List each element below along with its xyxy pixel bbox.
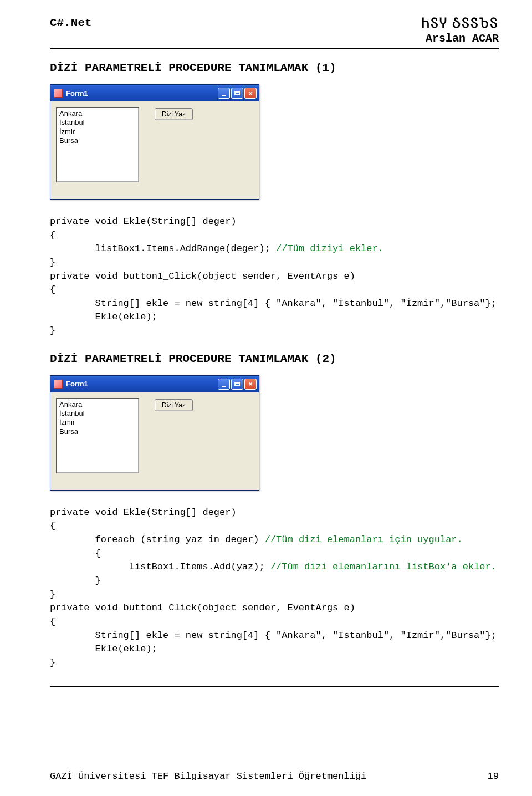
maximize-button[interactable] xyxy=(231,88,243,99)
list-item[interactable]: Bursa xyxy=(59,136,136,145)
header-left: C#.Net xyxy=(50,17,92,29)
code-line: { xyxy=(50,548,101,559)
code-line: listBox1.Items.AddRange(deger); xyxy=(50,243,276,254)
app-icon xyxy=(54,380,63,389)
window-title: Form1 xyxy=(66,89,218,98)
list-item[interactable]: İstanbul xyxy=(59,409,136,418)
code-line: private void Ekle(String[] deger) xyxy=(50,507,237,518)
dizi-yaz-button[interactable]: Dizi Yaz xyxy=(155,399,193,411)
header-rule xyxy=(50,48,499,49)
footer-left: GAZİ Üniversitesi TEF Bilgisayar Sisteml… xyxy=(50,771,366,782)
form-window-1: Form1 × Ankara İstanbul İzmir Bursa Dizi… xyxy=(50,84,259,200)
code-comment: //Tüm dizi elemanları için uygular. xyxy=(265,534,463,545)
code-line: } xyxy=(50,325,55,336)
code-comment: //Tüm diziyi ekler. xyxy=(276,243,383,254)
dizi-yaz-button[interactable]: Dizi Yaz xyxy=(155,108,193,120)
code-line: private void button1_Click(object sender… xyxy=(50,603,355,613)
form-body-1: Ankara İstanbul İzmir Bursa Dizi Yaz xyxy=(50,101,259,199)
code-line: } xyxy=(50,657,55,668)
minimize-button[interactable] xyxy=(218,88,230,99)
listbox-2[interactable]: Ankara İstanbul İzmir Bursa xyxy=(56,398,139,473)
page-footer: GAZİ Üniversitesi TEF Bilgisayar Sisteml… xyxy=(50,771,499,782)
code-line: { xyxy=(50,230,55,241)
code-line: foreach (string yaz in deger) xyxy=(50,534,265,545)
maximize-button[interactable] xyxy=(231,379,243,390)
code-line: { xyxy=(50,284,55,295)
close-icon: × xyxy=(248,380,253,387)
app-icon xyxy=(54,89,63,98)
close-button[interactable]: × xyxy=(244,88,257,99)
close-icon: × xyxy=(248,90,253,97)
listbox-1[interactable]: Ankara İstanbul İzmir Bursa xyxy=(56,107,139,182)
code-line: String[] ekle = new string[4] { "Ankara"… xyxy=(50,630,497,641)
code-block-2: private void Ekle(String[] deger) { fore… xyxy=(50,506,499,670)
list-item[interactable]: Bursa xyxy=(59,427,136,436)
titlebar-1: Form1 × xyxy=(50,85,259,101)
code-line: { xyxy=(50,521,55,531)
section2-title: DİZİ PARAMETRELİ PROCEDURE TANIMLAMAK (2… xyxy=(50,353,499,365)
code-line: } xyxy=(50,589,55,600)
code-line: String[] ekle = new string[4] { "Ankara"… xyxy=(50,298,497,309)
code-comment: //Tüm dizi elemanlarını listBox'a ekler. xyxy=(270,562,497,572)
footer-rule xyxy=(50,686,499,687)
form-body-2: Ankara İstanbul İzmir Bursa Dizi Yaz xyxy=(50,392,259,490)
page-header: C#.Net ႹႽჄ ჂႽႽႦႽ Arslan ACAR xyxy=(50,17,499,45)
window-title: Form1 xyxy=(66,380,218,388)
code-line: private void button1_Click(object sender… xyxy=(50,271,355,282)
window-buttons: × xyxy=(218,88,257,99)
code-line: { xyxy=(50,616,55,627)
window-buttons: × xyxy=(218,379,257,390)
code-line: Ekle(ekle); xyxy=(50,644,157,654)
list-item[interactable]: İzmir xyxy=(59,127,136,136)
header-right: ႹႽჄ ჂႽႽႦႽ Arslan ACAR xyxy=(422,17,499,45)
list-item[interactable]: Ankara xyxy=(59,109,136,118)
code-line: listBox1.Items.Add(yaz); xyxy=(50,562,270,572)
code-line: } xyxy=(50,575,101,586)
maximize-icon xyxy=(234,91,240,95)
code-line: } xyxy=(50,257,55,268)
header-author: Arslan ACAR xyxy=(422,32,499,45)
list-item[interactable]: İzmir xyxy=(59,418,136,427)
code-line: private void Ekle(String[] deger) xyxy=(50,216,237,227)
page-number: 19 xyxy=(488,771,499,782)
list-item[interactable]: Ankara xyxy=(59,400,136,409)
minimize-icon xyxy=(222,95,226,96)
section1-title: DİZİ PARAMETRELİ PROCEDURE TANIMLAMAK (1… xyxy=(50,62,499,74)
maximize-icon xyxy=(234,382,240,386)
close-button[interactable]: × xyxy=(244,379,257,390)
list-item[interactable]: İstanbul xyxy=(59,118,136,127)
titlebar-2: Form1 × xyxy=(50,376,259,392)
form-window-2: Form1 × Ankara İstanbul İzmir Bursa Dizi… xyxy=(50,375,259,491)
header-decor: ႹႽჄ ჂႽႽႦႽ xyxy=(422,17,499,31)
code-block-1: private void Ekle(String[] deger) { list… xyxy=(50,215,499,338)
code-line: Ekle(ekle); xyxy=(50,312,157,322)
minimize-button[interactable] xyxy=(218,379,230,390)
minimize-icon xyxy=(222,386,226,387)
